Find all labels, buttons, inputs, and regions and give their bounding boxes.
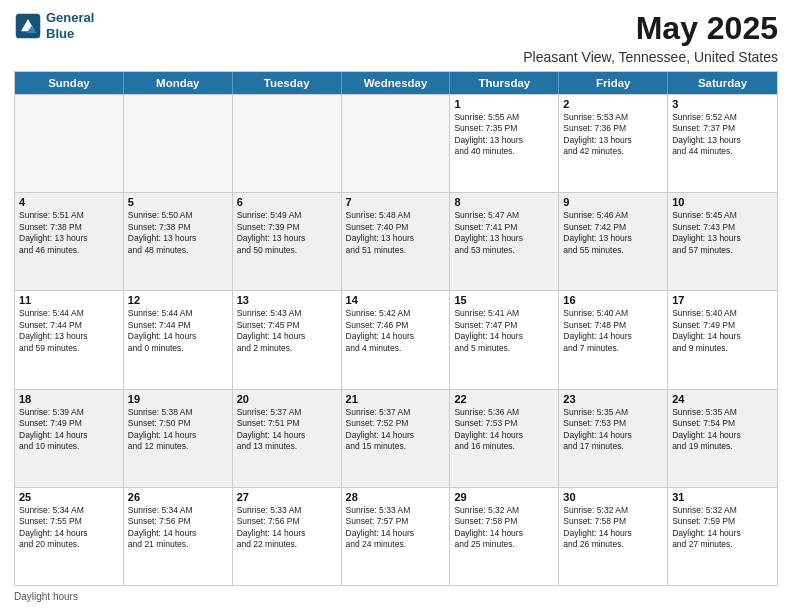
logo-text: General Blue — [46, 10, 94, 41]
calendar-cell: 20Sunrise: 5:37 AM Sunset: 7:51 PM Dayli… — [233, 390, 342, 487]
calendar-header-cell: Friday — [559, 72, 668, 94]
day-number: 21 — [346, 393, 446, 405]
day-number: 20 — [237, 393, 337, 405]
cell-info: Sunrise: 5:40 AM Sunset: 7:48 PM Dayligh… — [563, 308, 663, 354]
calendar-row: 1Sunrise: 5:55 AM Sunset: 7:35 PM Daylig… — [15, 94, 777, 192]
calendar-cell: 24Sunrise: 5:35 AM Sunset: 7:54 PM Dayli… — [668, 390, 777, 487]
cell-info: Sunrise: 5:47 AM Sunset: 7:41 PM Dayligh… — [454, 210, 554, 256]
calendar-cell: 2Sunrise: 5:53 AM Sunset: 7:36 PM Daylig… — [559, 95, 668, 192]
calendar-cell: 3Sunrise: 5:52 AM Sunset: 7:37 PM Daylig… — [668, 95, 777, 192]
day-number: 22 — [454, 393, 554, 405]
calendar-cell: 12Sunrise: 5:44 AM Sunset: 7:44 PM Dayli… — [124, 291, 233, 388]
day-number: 7 — [346, 196, 446, 208]
cell-info: Sunrise: 5:42 AM Sunset: 7:46 PM Dayligh… — [346, 308, 446, 354]
day-number: 14 — [346, 294, 446, 306]
calendar-cell: 31Sunrise: 5:32 AM Sunset: 7:59 PM Dayli… — [668, 488, 777, 585]
calendar: SundayMondayTuesdayWednesdayThursdayFrid… — [14, 71, 778, 586]
calendar-header-cell: Sunday — [15, 72, 124, 94]
calendar-cell: 21Sunrise: 5:37 AM Sunset: 7:52 PM Dayli… — [342, 390, 451, 487]
cell-info: Sunrise: 5:41 AM Sunset: 7:47 PM Dayligh… — [454, 308, 554, 354]
cell-info: Sunrise: 5:44 AM Sunset: 7:44 PM Dayligh… — [19, 308, 119, 354]
footer-label: Daylight hours — [14, 591, 78, 602]
cell-info: Sunrise: 5:39 AM Sunset: 7:49 PM Dayligh… — [19, 407, 119, 453]
calendar-cell: 7Sunrise: 5:48 AM Sunset: 7:40 PM Daylig… — [342, 193, 451, 290]
footer: Daylight hours — [14, 591, 778, 602]
cell-info: Sunrise: 5:51 AM Sunset: 7:38 PM Dayligh… — [19, 210, 119, 256]
day-number: 18 — [19, 393, 119, 405]
cell-info: Sunrise: 5:32 AM Sunset: 7:59 PM Dayligh… — [672, 505, 773, 551]
calendar-cell: 19Sunrise: 5:38 AM Sunset: 7:50 PM Dayli… — [124, 390, 233, 487]
day-number: 25 — [19, 491, 119, 503]
day-number: 26 — [128, 491, 228, 503]
day-number: 12 — [128, 294, 228, 306]
calendar-cell: 13Sunrise: 5:43 AM Sunset: 7:45 PM Dayli… — [233, 291, 342, 388]
calendar-cell: 30Sunrise: 5:32 AM Sunset: 7:58 PM Dayli… — [559, 488, 668, 585]
cell-info: Sunrise: 5:35 AM Sunset: 7:53 PM Dayligh… — [563, 407, 663, 453]
day-number: 29 — [454, 491, 554, 503]
cell-info: Sunrise: 5:34 AM Sunset: 7:56 PM Dayligh… — [128, 505, 228, 551]
day-number: 28 — [346, 491, 446, 503]
cell-info: Sunrise: 5:52 AM Sunset: 7:37 PM Dayligh… — [672, 112, 773, 158]
cell-info: Sunrise: 5:38 AM Sunset: 7:50 PM Dayligh… — [128, 407, 228, 453]
logo-icon — [14, 12, 42, 40]
calendar-row: 4Sunrise: 5:51 AM Sunset: 7:38 PM Daylig… — [15, 192, 777, 290]
day-number: 24 — [672, 393, 773, 405]
calendar-cell: 11Sunrise: 5:44 AM Sunset: 7:44 PM Dayli… — [15, 291, 124, 388]
day-number: 30 — [563, 491, 663, 503]
calendar-cell: 5Sunrise: 5:50 AM Sunset: 7:38 PM Daylig… — [124, 193, 233, 290]
day-number: 16 — [563, 294, 663, 306]
calendar-header-cell: Thursday — [450, 72, 559, 94]
cell-info: Sunrise: 5:34 AM Sunset: 7:55 PM Dayligh… — [19, 505, 119, 551]
cell-info: Sunrise: 5:49 AM Sunset: 7:39 PM Dayligh… — [237, 210, 337, 256]
calendar-cell: 18Sunrise: 5:39 AM Sunset: 7:49 PM Dayli… — [15, 390, 124, 487]
cell-info: Sunrise: 5:40 AM Sunset: 7:49 PM Dayligh… — [672, 308, 773, 354]
calendar-cell: 23Sunrise: 5:35 AM Sunset: 7:53 PM Dayli… — [559, 390, 668, 487]
calendar-cell — [342, 95, 451, 192]
cell-info: Sunrise: 5:33 AM Sunset: 7:57 PM Dayligh… — [346, 505, 446, 551]
day-number: 5 — [128, 196, 228, 208]
cell-info: Sunrise: 5:46 AM Sunset: 7:42 PM Dayligh… — [563, 210, 663, 256]
calendar-header-cell: Saturday — [668, 72, 777, 94]
calendar-cell: 17Sunrise: 5:40 AM Sunset: 7:49 PM Dayli… — [668, 291, 777, 388]
day-number: 2 — [563, 98, 663, 110]
sub-title: Pleasant View, Tennessee, United States — [523, 49, 778, 65]
day-number: 15 — [454, 294, 554, 306]
cell-info: Sunrise: 5:55 AM Sunset: 7:35 PM Dayligh… — [454, 112, 554, 158]
calendar-cell: 1Sunrise: 5:55 AM Sunset: 7:35 PM Daylig… — [450, 95, 559, 192]
cell-info: Sunrise: 5:45 AM Sunset: 7:43 PM Dayligh… — [672, 210, 773, 256]
cell-info: Sunrise: 5:37 AM Sunset: 7:52 PM Dayligh… — [346, 407, 446, 453]
cell-info: Sunrise: 5:36 AM Sunset: 7:53 PM Dayligh… — [454, 407, 554, 453]
cell-info: Sunrise: 5:32 AM Sunset: 7:58 PM Dayligh… — [454, 505, 554, 551]
calendar-header-cell: Monday — [124, 72, 233, 94]
calendar-cell: 4Sunrise: 5:51 AM Sunset: 7:38 PM Daylig… — [15, 193, 124, 290]
calendar-cell: 6Sunrise: 5:49 AM Sunset: 7:39 PM Daylig… — [233, 193, 342, 290]
calendar-cell: 28Sunrise: 5:33 AM Sunset: 7:57 PM Dayli… — [342, 488, 451, 585]
cell-info: Sunrise: 5:37 AM Sunset: 7:51 PM Dayligh… — [237, 407, 337, 453]
calendar-header-cell: Wednesday — [342, 72, 451, 94]
calendar-cell: 10Sunrise: 5:45 AM Sunset: 7:43 PM Dayli… — [668, 193, 777, 290]
calendar-cell: 9Sunrise: 5:46 AM Sunset: 7:42 PM Daylig… — [559, 193, 668, 290]
logo: General Blue — [14, 10, 94, 41]
cell-info: Sunrise: 5:48 AM Sunset: 7:40 PM Dayligh… — [346, 210, 446, 256]
day-number: 31 — [672, 491, 773, 503]
day-number: 3 — [672, 98, 773, 110]
calendar-cell: 14Sunrise: 5:42 AM Sunset: 7:46 PM Dayli… — [342, 291, 451, 388]
day-number: 9 — [563, 196, 663, 208]
day-number: 17 — [672, 294, 773, 306]
calendar-cell: 22Sunrise: 5:36 AM Sunset: 7:53 PM Dayli… — [450, 390, 559, 487]
calendar-cell — [233, 95, 342, 192]
calendar-cell — [15, 95, 124, 192]
cell-info: Sunrise: 5:50 AM Sunset: 7:38 PM Dayligh… — [128, 210, 228, 256]
cell-info: Sunrise: 5:32 AM Sunset: 7:58 PM Dayligh… — [563, 505, 663, 551]
main-title: May 2025 — [523, 10, 778, 47]
cell-info: Sunrise: 5:33 AM Sunset: 7:56 PM Dayligh… — [237, 505, 337, 551]
calendar-cell: 16Sunrise: 5:40 AM Sunset: 7:48 PM Dayli… — [559, 291, 668, 388]
day-number: 11 — [19, 294, 119, 306]
calendar-cell: 26Sunrise: 5:34 AM Sunset: 7:56 PM Dayli… — [124, 488, 233, 585]
page: General Blue May 2025 Pleasant View, Ten… — [0, 0, 792, 612]
logo-line1: General — [46, 10, 94, 26]
calendar-header: SundayMondayTuesdayWednesdayThursdayFrid… — [15, 72, 777, 94]
calendar-row: 11Sunrise: 5:44 AM Sunset: 7:44 PM Dayli… — [15, 290, 777, 388]
cell-info: Sunrise: 5:44 AM Sunset: 7:44 PM Dayligh… — [128, 308, 228, 354]
calendar-cell: 25Sunrise: 5:34 AM Sunset: 7:55 PM Dayli… — [15, 488, 124, 585]
